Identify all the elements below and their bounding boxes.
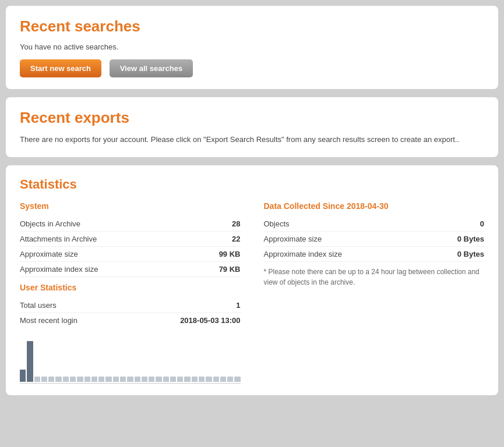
chart-bar bbox=[105, 377, 111, 382]
system-stat-row-1: Attachments in Archive 22 bbox=[20, 232, 241, 247]
system-stat-label-2: Approximate size bbox=[20, 250, 78, 258]
chart-bar bbox=[184, 377, 190, 382]
data-stat-row-0: Objects 0 bbox=[264, 217, 485, 232]
user-stat-row-1: Most recent login 2018-05-03 13:00 bbox=[20, 313, 241, 328]
system-stat-row-0: Objects in Archive 28 bbox=[20, 217, 241, 232]
system-stat-value-0: 28 bbox=[232, 219, 240, 228]
statistics-card: Statistics System Objects in Archive 28 … bbox=[6, 165, 498, 395]
chart-bar bbox=[20, 370, 26, 382]
chart-bar bbox=[156, 377, 161, 382]
start-new-search-button[interactable]: Start new search bbox=[20, 59, 101, 77]
chart-bar bbox=[120, 377, 126, 382]
chart-bar bbox=[135, 377, 140, 382]
system-stat-value-2: 99 KB bbox=[219, 250, 241, 258]
system-stat-label-0: Objects in Archive bbox=[20, 219, 80, 228]
login-chart bbox=[20, 337, 241, 384]
chart-bar bbox=[149, 377, 154, 382]
recent-searches-card: Recent searches You have no active searc… bbox=[6, 6, 498, 89]
chart-bar bbox=[206, 377, 212, 382]
data-stat-label-2: Approximate index size bbox=[264, 250, 342, 258]
chart-bar bbox=[170, 377, 176, 382]
chart-bar bbox=[199, 377, 205, 382]
chart-bar bbox=[142, 377, 147, 382]
chart-bar bbox=[220, 377, 226, 382]
data-note-text: * Please note there can be up to a 24 ho… bbox=[264, 267, 485, 288]
chart-bar bbox=[70, 377, 76, 382]
user-stat-label-1: Most recent login bbox=[20, 316, 77, 325]
data-stat-row-2: Approximate index size 0 Bytes bbox=[264, 247, 485, 262]
data-stat-row-1: Approximate size 0 Bytes bbox=[264, 232, 485, 247]
chart-bar bbox=[34, 377, 40, 382]
chart-bar bbox=[98, 377, 104, 382]
statistics-grid: System Objects in Archive 28 Attachments… bbox=[20, 201, 484, 384]
exports-text: There are no exports for your account. P… bbox=[20, 134, 484, 146]
chart-bar bbox=[127, 377, 133, 382]
system-stat-row-2: Approximate size 99 KB bbox=[20, 247, 241, 262]
data-stat-label-1: Approximate size bbox=[264, 235, 322, 243]
chart-bar bbox=[163, 377, 169, 382]
chart-bar bbox=[213, 377, 219, 382]
data-collected-col: Data Collected Since 2018-04-30 Objects … bbox=[264, 201, 485, 384]
chart-bar bbox=[55, 377, 61, 382]
user-statistics-section: User Statistics Total users 1 Most recen… bbox=[20, 283, 241, 328]
data-stat-value-0: 0 bbox=[480, 219, 484, 228]
user-stat-value-1: 2018-05-03 13:00 bbox=[180, 316, 240, 325]
statistics-title: Statistics bbox=[20, 177, 484, 192]
data-stat-value-2: 0 Bytes bbox=[457, 250, 484, 258]
view-all-searches-button[interactable]: View all searches bbox=[110, 59, 193, 77]
system-stat-label-3: Approximate index size bbox=[20, 265, 98, 274]
data-stat-label-0: Objects bbox=[264, 219, 290, 228]
user-stat-value-0: 1 bbox=[236, 301, 240, 310]
chart-bar bbox=[48, 377, 54, 382]
chart-bar bbox=[227, 377, 233, 382]
user-stat-label-0: Total users bbox=[20, 301, 57, 310]
system-stat-value-1: 22 bbox=[232, 235, 240, 243]
system-stat-label-1: Attachments in Archive bbox=[20, 235, 97, 243]
recent-exports-title: Recent exports bbox=[20, 109, 484, 127]
chart-bar bbox=[234, 377, 240, 382]
system-subtitle: System bbox=[20, 201, 241, 211]
data-stat-value-1: 0 Bytes bbox=[457, 235, 484, 243]
chart-bar bbox=[177, 377, 183, 382]
user-stat-row-0: Total users 1 bbox=[20, 298, 241, 313]
chart-bar bbox=[91, 377, 97, 382]
recent-exports-card: Recent exports There are no exports for … bbox=[6, 97, 498, 157]
system-stats-col: System Objects in Archive 28 Attachments… bbox=[20, 201, 241, 384]
chart-bar bbox=[192, 377, 198, 382]
chart-bar bbox=[84, 377, 90, 382]
chart-bar bbox=[63, 377, 69, 382]
recent-searches-title: Recent searches bbox=[20, 17, 484, 36]
system-stat-row-3: Approximate index size 79 KB bbox=[20, 262, 241, 277]
chart-bar bbox=[41, 377, 47, 382]
no-searches-text: You have no active searches. bbox=[20, 42, 484, 51]
chart-bar bbox=[113, 377, 119, 382]
search-actions: Start new search View all searches bbox=[20, 59, 484, 77]
user-statistics-subtitle: User Statistics bbox=[20, 283, 241, 292]
chart-bar bbox=[77, 377, 83, 382]
data-collected-subtitle: Data Collected Since 2018-04-30 bbox=[264, 201, 485, 211]
system-stat-value-3: 79 KB bbox=[219, 265, 241, 274]
chart-bar bbox=[27, 341, 33, 382]
